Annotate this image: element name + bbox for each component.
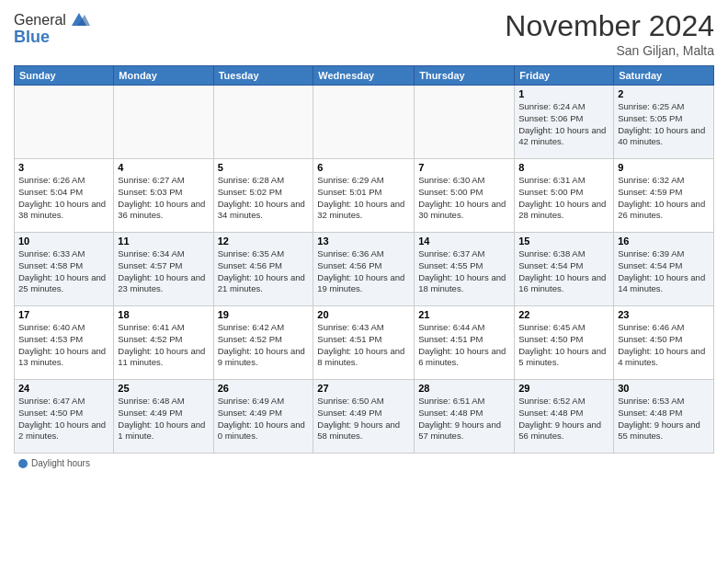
day-number: 8 <box>518 162 609 173</box>
day-number: 27 <box>317 383 410 394</box>
day-number: 22 <box>518 309 609 320</box>
day-info: Sunrise: 6:33 AM Sunset: 4:58 PM Dayligh… <box>18 248 109 295</box>
day-info: Sunrise: 6:45 AM Sunset: 4:50 PM Dayligh… <box>518 322 609 369</box>
day-number: 21 <box>418 309 510 320</box>
day-number: 9 <box>618 162 710 173</box>
day-info: Sunrise: 6:48 AM Sunset: 4:49 PM Dayligh… <box>118 396 209 442</box>
day-number: 15 <box>518 236 609 247</box>
logo-general: General <box>14 12 66 29</box>
calendar-day-cell: 15Sunrise: 6:38 AM Sunset: 4:54 PM Dayli… <box>515 233 614 306</box>
calendar-day-cell: 3Sunrise: 6:26 AM Sunset: 5:04 PM Daylig… <box>15 159 114 233</box>
calendar-day-cell: 6Sunrise: 6:29 AM Sunset: 5:01 PM Daylig… <box>313 159 415 233</box>
day-number: 23 <box>618 309 710 320</box>
day-number: 20 <box>317 309 410 320</box>
day-number: 17 <box>18 309 109 320</box>
day-number: 30 <box>618 383 710 394</box>
weekday-header: Wednesday <box>313 66 415 86</box>
calendar-week-row: 10Sunrise: 6:33 AM Sunset: 4:58 PM Dayli… <box>15 233 714 306</box>
day-number: 16 <box>618 236 710 247</box>
weekday-header: Thursday <box>415 66 515 86</box>
calendar-day-cell: 27Sunrise: 6:50 AM Sunset: 4:49 PM Dayli… <box>313 380 415 454</box>
day-info: Sunrise: 6:53 AM Sunset: 4:48 PM Dayligh… <box>618 396 710 442</box>
day-number: 11 <box>118 236 209 247</box>
day-number: 1 <box>518 88 609 99</box>
day-info: Sunrise: 6:49 AM Sunset: 4:49 PM Dayligh… <box>218 396 310 442</box>
day-info: Sunrise: 6:37 AM Sunset: 4:55 PM Dayligh… <box>418 248 510 295</box>
weekday-header: Tuesday <box>213 66 313 86</box>
day-info: Sunrise: 6:46 AM Sunset: 4:50 PM Dayligh… <box>618 322 710 369</box>
day-info: Sunrise: 6:44 AM Sunset: 4:51 PM Dayligh… <box>418 322 510 369</box>
day-info: Sunrise: 6:36 AM Sunset: 4:56 PM Dayligh… <box>317 248 410 295</box>
day-info: Sunrise: 6:34 AM Sunset: 4:57 PM Dayligh… <box>118 248 209 295</box>
location: San Giljan, Malta <box>505 43 714 58</box>
calendar-day-cell: 30Sunrise: 6:53 AM Sunset: 4:48 PM Dayli… <box>614 380 714 454</box>
day-number: 6 <box>317 162 410 173</box>
day-number: 19 <box>218 309 310 320</box>
calendar-week-row: 24Sunrise: 6:47 AM Sunset: 4:50 PM Dayli… <box>15 380 714 454</box>
day-info: Sunrise: 6:40 AM Sunset: 4:53 PM Dayligh… <box>18 322 109 369</box>
calendar: SundayMondayTuesdayWednesdayThursdayFrid… <box>14 65 714 454</box>
day-number: 26 <box>218 383 310 394</box>
day-number: 2 <box>618 88 710 99</box>
day-number: 12 <box>218 236 310 247</box>
calendar-day-cell: 12Sunrise: 6:35 AM Sunset: 4:56 PM Dayli… <box>213 233 313 306</box>
calendar-day-cell: 2Sunrise: 6:25 AM Sunset: 5:05 PM Daylig… <box>614 86 714 159</box>
calendar-day-cell: 21Sunrise: 6:44 AM Sunset: 4:51 PM Dayli… <box>415 306 515 380</box>
calendar-day-cell: 19Sunrise: 6:42 AM Sunset: 4:52 PM Dayli… <box>213 306 313 380</box>
calendar-day-cell <box>15 86 114 159</box>
day-number: 13 <box>317 236 410 247</box>
calendar-day-cell: 26Sunrise: 6:49 AM Sunset: 4:49 PM Dayli… <box>213 380 313 454</box>
day-info: Sunrise: 6:31 AM Sunset: 5:00 PM Dayligh… <box>518 175 609 222</box>
calendar-week-row: 3Sunrise: 6:26 AM Sunset: 5:04 PM Daylig… <box>15 159 714 233</box>
day-number: 25 <box>118 383 209 394</box>
day-number: 28 <box>418 383 510 394</box>
calendar-day-cell: 11Sunrise: 6:34 AM Sunset: 4:57 PM Dayli… <box>114 233 213 306</box>
day-number: 5 <box>218 162 310 173</box>
legend-daylight-label: Daylight hours <box>31 458 90 468</box>
calendar-day-cell: 24Sunrise: 6:47 AM Sunset: 4:50 PM Dayli… <box>15 380 114 454</box>
header: General Blue November 2024 San Giljan, M… <box>14 9 714 58</box>
calendar-week-row: 1Sunrise: 6:24 AM Sunset: 5:06 PM Daylig… <box>15 86 714 159</box>
day-number: 14 <box>418 236 510 247</box>
day-info: Sunrise: 6:28 AM Sunset: 5:02 PM Dayligh… <box>218 175 310 222</box>
calendar-day-cell <box>313 86 415 159</box>
calendar-day-cell: 4Sunrise: 6:27 AM Sunset: 5:03 PM Daylig… <box>114 159 213 233</box>
day-info: Sunrise: 6:52 AM Sunset: 4:48 PM Dayligh… <box>518 396 609 442</box>
day-info: Sunrise: 6:25 AM Sunset: 5:05 PM Dayligh… <box>618 101 710 148</box>
calendar-day-cell: 28Sunrise: 6:51 AM Sunset: 4:48 PM Dayli… <box>415 380 515 454</box>
day-info: Sunrise: 6:27 AM Sunset: 5:03 PM Dayligh… <box>118 175 209 222</box>
calendar-day-cell: 29Sunrise: 6:52 AM Sunset: 4:48 PM Dayli… <box>515 380 614 454</box>
weekday-header: Sunday <box>15 66 114 86</box>
calendar-header-row: SundayMondayTuesdayWednesdayThursdayFrid… <box>15 66 714 86</box>
calendar-day-cell: 20Sunrise: 6:43 AM Sunset: 4:51 PM Dayli… <box>313 306 415 380</box>
calendar-day-cell <box>114 86 213 159</box>
day-number: 7 <box>418 162 510 173</box>
legend-item: Daylight hours <box>18 458 90 468</box>
page: General Blue November 2024 San Giljan, M… <box>0 0 728 563</box>
day-number: 3 <box>18 162 109 173</box>
logo: General Blue <box>14 9 90 47</box>
day-info: Sunrise: 6:42 AM Sunset: 4:52 PM Dayligh… <box>218 322 310 369</box>
day-number: 18 <box>118 309 209 320</box>
day-info: Sunrise: 6:32 AM Sunset: 4:59 PM Dayligh… <box>618 175 710 222</box>
calendar-week-row: 17Sunrise: 6:40 AM Sunset: 4:53 PM Dayli… <box>15 306 714 380</box>
calendar-day-cell: 23Sunrise: 6:46 AM Sunset: 4:50 PM Dayli… <box>614 306 714 380</box>
day-info: Sunrise: 6:47 AM Sunset: 4:50 PM Dayligh… <box>18 396 109 442</box>
day-info: Sunrise: 6:24 AM Sunset: 5:06 PM Dayligh… <box>518 101 609 148</box>
calendar-day-cell: 14Sunrise: 6:37 AM Sunset: 4:55 PM Dayli… <box>415 233 515 306</box>
day-number: 10 <box>18 236 109 247</box>
calendar-day-cell: 1Sunrise: 6:24 AM Sunset: 5:06 PM Daylig… <box>515 86 614 159</box>
day-info: Sunrise: 6:39 AM Sunset: 4:54 PM Dayligh… <box>618 248 710 295</box>
legend-dot <box>18 459 28 468</box>
calendar-day-cell: 13Sunrise: 6:36 AM Sunset: 4:56 PM Dayli… <box>313 233 415 306</box>
calendar-day-cell <box>213 86 313 159</box>
logo-icon <box>68 9 90 31</box>
calendar-day-cell <box>415 86 515 159</box>
calendar-day-cell: 17Sunrise: 6:40 AM Sunset: 4:53 PM Dayli… <box>15 306 114 380</box>
calendar-day-cell: 8Sunrise: 6:31 AM Sunset: 5:00 PM Daylig… <box>515 159 614 233</box>
legend: Daylight hours <box>14 458 714 468</box>
day-number: 29 <box>518 383 609 394</box>
day-info: Sunrise: 6:51 AM Sunset: 4:48 PM Dayligh… <box>418 396 510 442</box>
day-info: Sunrise: 6:29 AM Sunset: 5:01 PM Dayligh… <box>317 175 410 222</box>
title-block: November 2024 San Giljan, Malta <box>505 9 714 58</box>
